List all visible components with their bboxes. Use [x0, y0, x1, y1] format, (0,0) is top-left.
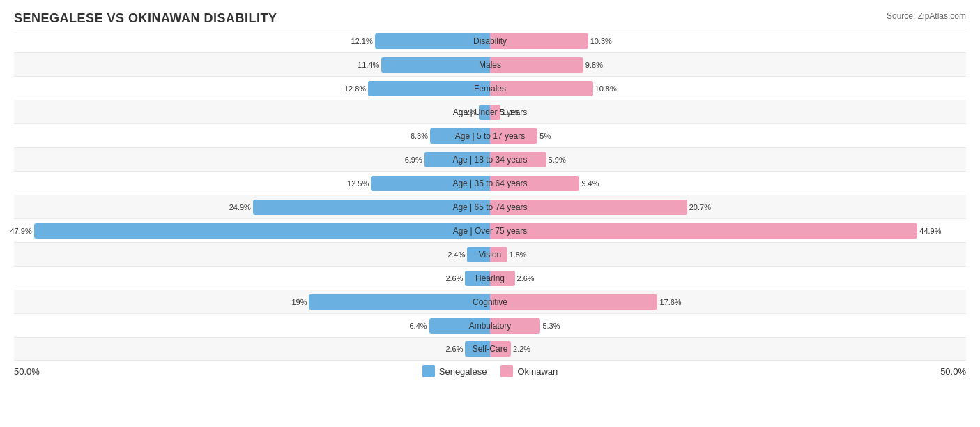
val-right: 9.4% [579, 179, 599, 188]
chart-row: 12.1% Disability 10.3% [14, 29, 966, 52]
val-right: 5.3% [540, 322, 560, 330]
footer-right-label: 50.0% [940, 366, 966, 377]
bar-container: 12.5% Age | 35 to 64 years 9.4% [14, 176, 966, 191]
val-right: 5.9% [546, 156, 566, 164]
row-label: Cognitive [473, 297, 507, 307]
chart-row: 2.6% Hearing 2.6% [14, 266, 966, 290]
chart-area: 12.1% Disability 10.3% 11.4% Males 9.8% … [14, 29, 966, 361]
row-label: Age | 65 to 74 years [452, 202, 527, 212]
chart-row: 12.5% Age | 35 to 64 years 9.4% [14, 171, 966, 195]
row-label: Age | Under 5 years [453, 107, 528, 117]
chart-row: 6.4% Ambulatory 5.3% [14, 313, 966, 337]
row-label: Ambulatory [469, 321, 512, 331]
bar-right [490, 294, 657, 310]
bar-container: 24.9% Age | 65 to 74 years 20.7% [14, 200, 966, 215]
val-right: 17.6% [657, 298, 681, 306]
val-right: 2.6% [515, 274, 535, 283]
val-right: 1.8% [507, 250, 527, 259]
bar-left [309, 294, 490, 310]
val-left: 19% [291, 298, 309, 306]
bar-container: 12.1% Disability 10.3% [14, 33, 966, 49]
val-right: 9.8% [583, 61, 603, 69]
chart-legend: Senegalese Okinawan [40, 365, 940, 377]
legend-senegalese: Senegalese [422, 365, 487, 377]
bar-left [368, 81, 490, 96]
chart-row: 1.2% Age | Under 5 years 1.1% [14, 100, 966, 123]
val-right: 20.7% [687, 203, 711, 211]
bar-container: 6.3% Age | 5 to 17 years 5% [14, 128, 966, 144]
legend-okinawan-label: Okinawan [517, 366, 558, 377]
val-left: 6.4% [410, 322, 429, 330]
row-label: Vision [479, 250, 501, 260]
val-left: 6.9% [405, 156, 424, 164]
val-right: 10.8% [593, 84, 617, 93]
bar-container: 19% Cognitive 17.6% [14, 294, 966, 310]
bar-container: 2.6% Self-Care 2.2% [14, 341, 966, 357]
chart-row: 2.6% Self-Care 2.2% [14, 337, 966, 361]
chart-row: 2.4% Vision 1.8% [14, 242, 966, 266]
row-label: Hearing [475, 274, 505, 283]
legend-okinawan-box [500, 365, 513, 377]
row-label: Disability [473, 36, 507, 46]
chart-row: 6.3% Age | 5 to 17 years 5% [14, 123, 966, 147]
val-left: 6.3% [411, 132, 430, 140]
val-left: 12.8% [344, 84, 368, 93]
val-left: 2.6% [445, 345, 465, 353]
val-right: 10.3% [588, 37, 612, 45]
row-label: Age | 35 to 64 years [452, 179, 527, 188]
chart-row: 6.9% Age | 18 to 34 years 5.9% [14, 147, 966, 171]
val-right: 44.9% [917, 227, 941, 235]
chart-row: 47.9% Age | Over 75 years 44.9% [14, 218, 966, 242]
val-left: 47.9% [10, 227, 33, 235]
chart-wrapper: SENEGALESE VS OKINAWAN DISABILITY Source… [14, 11, 966, 377]
val-right: 2.2% [511, 345, 530, 353]
chart-row: 19% Cognitive 17.6% [14, 290, 966, 313]
bar-container: 47.9% Age | Over 75 years 44.9% [14, 223, 966, 239]
bar-container: 2.4% Vision 1.8% [14, 247, 966, 262]
chart-footer: 50.0% Senegalese Okinawan 50.0% [14, 365, 966, 377]
bar-container: 12.8% Females 10.8% [14, 81, 966, 96]
row-label: Age | 5 to 17 years [455, 131, 526, 141]
source-label: Source: ZipAtlas.com [887, 11, 966, 21]
chart-title: SENEGALESE VS OKINAWAN DISABILITY [14, 11, 277, 26]
row-label: Females [474, 84, 506, 93]
bar-container: 6.4% Ambulatory 5.3% [14, 318, 966, 334]
val-left: 12.5% [347, 179, 371, 188]
footer-left-label: 50.0% [14, 366, 40, 377]
row-label: Age | Over 75 years [453, 226, 528, 236]
legend-okinawan: Okinawan [500, 365, 558, 377]
bar-right [490, 223, 917, 239]
val-left: 11.4% [358, 61, 381, 69]
row-label: Males [479, 60, 501, 70]
bar-left [34, 223, 490, 239]
row-label: Self-Care [473, 344, 508, 354]
val-right: 5% [537, 132, 551, 140]
bar-container: 1.2% Age | Under 5 years 1.1% [14, 105, 966, 120]
bar-container: 11.4% Males 9.8% [14, 57, 966, 73]
val-left: 12.1% [351, 37, 375, 45]
chart-row: 24.9% Age | 65 to 74 years 20.7% [14, 195, 966, 218]
val-left: 24.9% [229, 203, 253, 211]
row-label: Age | 18 to 34 years [452, 155, 527, 165]
legend-senegalese-box [422, 365, 435, 377]
bar-left [381, 57, 490, 73]
val-left: 2.4% [447, 250, 467, 259]
val-left: 2.6% [445, 274, 465, 283]
chart-row: 11.4% Males 9.8% [14, 52, 966, 76]
legend-senegalese-label: Senegalese [439, 366, 487, 377]
bar-container: 2.6% Hearing 2.6% [14, 271, 966, 286]
bar-container: 6.9% Age | 18 to 34 years 5.9% [14, 152, 966, 167]
bar-right [490, 57, 583, 73]
chart-row: 12.8% Females 10.8% [14, 76, 966, 100]
